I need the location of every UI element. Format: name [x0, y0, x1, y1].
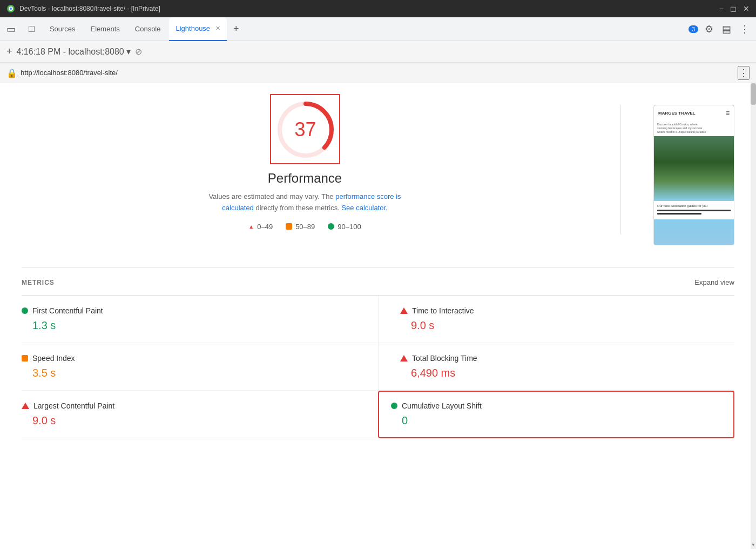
devtools-urlbar: 🔒 http://localhost:8080/travel-site/ ⋮ — [0, 63, 756, 83]
metric-tbt-label-row: Total Blocking Time — [400, 354, 721, 363]
tab-console[interactable]: Console — [129, 17, 167, 41]
metric-cls: Cumulative Layout Shift 0 — [378, 391, 734, 438]
metric-si-indicator — [22, 355, 28, 361]
metrics-divider — [22, 267, 734, 267]
metric-tti-label: Time to Interactive — [412, 306, 474, 315]
see-calculator-link[interactable]: See calculator. — [341, 204, 387, 212]
sync-button[interactable]: ▤ — [720, 21, 733, 37]
screenshot-header: MARGES TRAVEL ≡ — [654, 105, 734, 120]
metric-si-label: Speed Index — [32, 354, 75, 363]
score-circle: 37 — [273, 97, 338, 162]
tab-elements-label: Elements — [91, 25, 120, 33]
vertical-divider — [620, 105, 621, 235]
metric-tti-label-row: Time to Interactive — [400, 306, 721, 315]
screenshot-logo: MARGES TRAVEL — [658, 111, 696, 116]
legend-green-icon — [328, 223, 334, 230]
tabbar: ▭ □ Sources Elements Console Lighthouse … — [0, 17, 756, 41]
metric-fcp-value: 1.3 s — [22, 319, 365, 332]
score-number: 37 — [294, 118, 316, 141]
performance-description: Values are estimated and may vary. The p… — [202, 191, 408, 214]
metric-lcp-value: 9.0 s — [22, 414, 365, 427]
metric-lcp-label-row: Largest Contentful Paint — [22, 401, 365, 410]
metric-si-value: 3.5 s — [22, 367, 365, 379]
metric-tti: Time to Interactive 9.0 s — [378, 296, 734, 343]
metric-fcp-label: First Contentful Paint — [32, 306, 103, 315]
legend-orange-icon — [286, 223, 292, 230]
performance-left: 37 Performance Values are estimated and … — [22, 94, 588, 231]
scrollbar-thumb[interactable] — [751, 83, 756, 105]
score-legend: ▲ 0–49 50–89 90–100 — [248, 223, 361, 231]
metric-fcp-indicator — [22, 307, 28, 314]
more-options-button[interactable]: ⋮ — [738, 21, 752, 37]
minimize-button[interactable]: − — [719, 4, 724, 13]
screenshot-image: MARGES TRAVEL ≡ Discover beautiful Corsi… — [653, 105, 734, 245]
metric-lcp: Largest Contentful Paint 9.0 s — [22, 391, 378, 438]
metric-tti-value: 9.0 s — [400, 319, 721, 332]
metrics-section-title: METRICS — [22, 279, 55, 286]
notification-badge: 3 — [688, 25, 698, 33]
screenshot-text-2 — [657, 213, 701, 215]
metric-lcp-label: Largest Contentful Paint — [33, 401, 114, 410]
stop-icon: ⊘ — [135, 46, 142, 57]
addressbar: + 4:16:18 PM - localhost:8080 ▾ ⊘ — [0, 41, 756, 63]
settings-button[interactable]: ⚙ — [703, 21, 716, 37]
metric-si: Speed Index 3.5 s — [22, 343, 378, 391]
restore-button[interactable]: ◻ — [730, 4, 737, 13]
metric-tbt: Total Blocking Time 6,490 ms — [378, 343, 734, 391]
metric-tbt-value: 6,490 ms — [400, 367, 721, 379]
devtools-icon — [6, 4, 15, 13]
close-button[interactable]: ✕ — [743, 4, 750, 13]
device-toolbar-button[interactable]: ▭ — [4, 21, 18, 37]
screenshot-bottom-image — [654, 219, 734, 245]
tab-sources-label: Sources — [50, 25, 76, 33]
screenshot-subtitle: Our best destination guides for you — [657, 204, 731, 207]
metric-tbt-label: Total Blocking Time — [412, 354, 477, 363]
tab-lighthouse-label: Lighthouse — [176, 24, 210, 32]
devtools-url-display: http://localhost:8080/travel-site/ — [21, 69, 118, 77]
tab-elements[interactable]: Elements — [84, 17, 126, 41]
metrics-header: METRICS Expand view — [22, 278, 734, 286]
metric-cls-indicator — [391, 403, 397, 409]
new-tab-icon-button[interactable]: + — [6, 46, 12, 57]
metrics-grid: First Contentful Paint 1.3 s Time to Int… — [22, 296, 734, 438]
metric-lcp-indicator — [22, 403, 29, 409]
scrollbar[interactable]: ▲ ▼ — [751, 83, 756, 549]
metric-cls-value: 0 — [391, 414, 721, 427]
metric-si-label-row: Speed Index — [22, 354, 365, 363]
score-container: 37 — [270, 94, 340, 164]
screenshot-menu-icon: ≡ — [726, 109, 730, 117]
performance-section: 37 Performance Values are estimated and … — [22, 94, 734, 245]
tab-console-label: Console — [135, 25, 161, 33]
legend-orange: 50–89 — [286, 223, 315, 231]
tabbar-nav-icons: ▭ □ — [4, 21, 37, 37]
performance-title: Performance — [268, 171, 342, 186]
new-tab-button[interactable]: + — [229, 21, 244, 37]
titlebar: DevTools - localhost:8080/travel-site/ -… — [0, 0, 756, 17]
titlebar-controls: − ◻ ✕ — [719, 4, 750, 13]
screenshot-tagline: Discover beautiful Corsica, wherestunnin… — [654, 120, 734, 136]
scroll-down-button[interactable]: ▼ — [751, 540, 756, 549]
tabbar-right: 3 ⚙ ▤ ⋮ — [688, 21, 752, 37]
metric-fcp: First Contentful Paint 1.3 s — [22, 296, 378, 343]
security-icon: 🔒 — [6, 68, 16, 78]
devtools-more-button[interactable]: ⋮ — [738, 66, 750, 80]
legend-green: 90–100 — [328, 223, 361, 231]
tab-sources[interactable]: Sources — [43, 17, 82, 41]
inspect-button[interactable]: □ — [26, 21, 37, 37]
metric-cls-label-row: Cumulative Layout Shift — [391, 401, 721, 410]
tab-lighthouse-close[interactable]: ✕ — [215, 25, 220, 32]
svg-point-2 — [10, 8, 12, 10]
screenshot-text-section: Our best destination guides for you — [654, 201, 734, 219]
time-display: 4:16:18 PM - localhost:8080 ▾ — [17, 46, 131, 57]
screenshot-text-1 — [657, 210, 731, 211]
screenshot-hero-image — [654, 136, 734, 201]
metric-tbt-indicator — [400, 355, 408, 361]
tab-lighthouse[interactable]: Lighthouse ✕ — [169, 17, 227, 41]
metric-tti-indicator — [400, 307, 408, 314]
titlebar-title: DevTools - localhost:8080/travel-site/ -… — [19, 5, 160, 12]
site-screenshot: MARGES TRAVEL ≡ Discover beautiful Corsi… — [653, 105, 734, 245]
main-content: 37 Performance Values are estimated and … — [0, 83, 756, 549]
metric-cls-label: Cumulative Layout Shift — [402, 401, 482, 410]
expand-view-button[interactable]: Expand view — [694, 278, 734, 286]
metric-fcp-label-row: First Contentful Paint — [22, 306, 365, 315]
